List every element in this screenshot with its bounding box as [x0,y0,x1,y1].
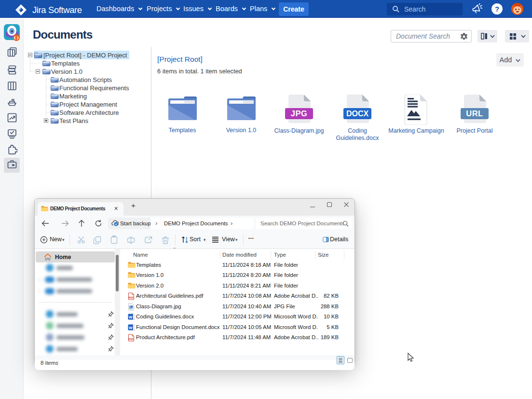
svg-text:DOCX: DOCX [346,110,369,118]
svg-text:W: W [129,326,133,330]
svg-text:W: W [129,315,133,319]
svg-text:URL: URL [466,109,483,118]
svg-text:JPG: JPG [291,109,308,118]
svg-text:PDF: PDF [129,338,135,341]
svg-text:PDF: PDF [129,296,135,299]
